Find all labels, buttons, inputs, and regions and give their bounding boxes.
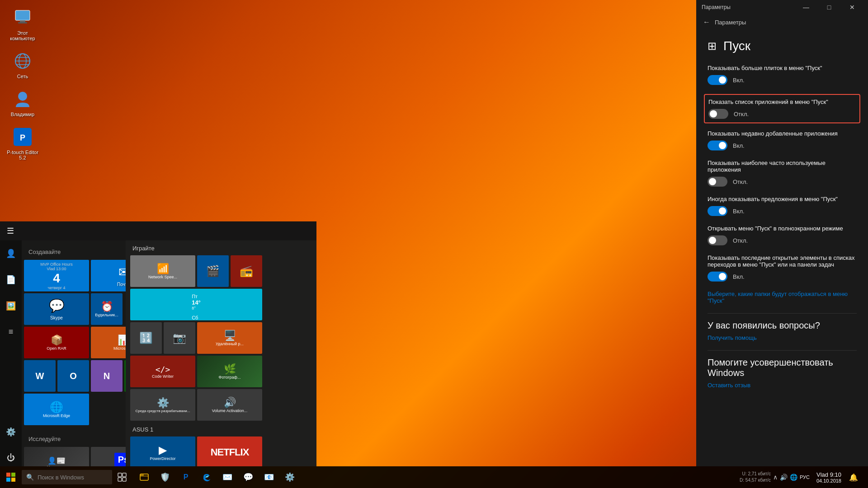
tile-networkspeed[interactable]: 📶 Network Spee... <box>130 255 195 287</box>
tile-volume[interactable]: 🔊 Volume Activation... <box>197 389 262 421</box>
tile-word[interactable]: W <box>24 360 56 392</box>
taskbar-search[interactable]: 🔍 Поиск в Windows <box>22 470 112 484</box>
toggle-fullscreen[interactable] <box>708 235 727 245</box>
toggle-show-more-tiles[interactable] <box>708 75 727 85</box>
svg-rect-0 <box>15 10 30 20</box>
computer-icon <box>12 7 33 28</box>
sidebar-icon-settings[interactable]: ⚙️ <box>0 423 22 441</box>
tile-radio[interactable]: 📻 <box>231 255 262 287</box>
tile-photos[interactable]: 🌿 Фотограф... <box>197 356 262 387</box>
tiles-section: Играйте 📶 Network Spee... 🎬 <box>126 240 316 466</box>
settings-divider <box>708 313 857 314</box>
close-button[interactable]: ✕ <box>842 0 863 14</box>
tile-news[interactable]: 👤📰 Новости... <box>24 447 89 466</box>
sidebar-icon-power[interactable]: ⏻ <box>0 450 22 466</box>
taskbar-mail[interactable]: ✉️ <box>217 467 237 487</box>
sidebar-icon-pictures[interactable]: 🖼️ <box>0 297 22 314</box>
hamburger-icon[interactable]: ☰ <box>7 226 14 236</box>
desktop-icon-ptouch[interactable]: P P-touch Editor 5.2 <box>5 124 41 163</box>
setting-show-recent-items-label: Показывать последние открытые элементы в… <box>708 254 857 268</box>
tile-weather[interactable]: Чт 13° 7° Пт 14° 8° Сб 17° <box>130 289 262 320</box>
tile-devtools[interactable]: ⚙️ Среда средств разрабатывани... <box>130 389 195 421</box>
user-icon <box>12 88 33 110</box>
tray-volume[interactable]: 🔊 <box>780 474 788 481</box>
setting-show-frequent-apps-value: Откл. <box>733 178 748 185</box>
toggle-knob <box>719 76 726 84</box>
tile-mail[interactable]: ✉ Почта <box>91 260 126 291</box>
sidebar-icon-user[interactable]: 👤 <box>0 245 22 262</box>
settings-improve-title: Помогите усовершенствовать Windows <box>708 357 857 378</box>
desktop-icon-network[interactable]: Сеть <box>5 48 41 81</box>
tile-photoshop[interactable]: Ps Photoshop Ex... <box>91 447 126 466</box>
taskbar-skype[interactable]: 💬 <box>238 467 258 487</box>
setting-show-frequent-apps: Показывать наиболее часто используемые п… <box>708 160 857 187</box>
svg-rect-16 <box>123 473 126 477</box>
setting-show-suggestions-label: Иногда показывать предложения в меню "Пу… <box>708 196 857 202</box>
tile-openrar[interactable]: 📦 Open RAR <box>24 327 89 358</box>
toggle-show-recent-apps[interactable] <box>708 141 727 150</box>
taskbar-clock[interactable]: Vlad 9:10 04.10.2018 <box>816 471 841 483</box>
toggle-show-recent-items[interactable] <box>708 272 727 282</box>
tile-excel[interactable]: X <box>124 360 126 392</box>
svg-rect-20 <box>140 476 148 476</box>
clock-date: 04.10.2018 <box>816 478 841 483</box>
taskbar-settings[interactable]: ⚙️ <box>280 467 300 487</box>
tile-onenote[interactable]: N <box>91 360 123 392</box>
desktop-icon-computer[interactable]: Этот компьютер <box>5 5 41 43</box>
play-group-label: Играйте <box>130 245 312 252</box>
tile-outlook[interactable]: O <box>57 360 89 392</box>
tray-chevron[interactable]: ∧ <box>773 474 778 481</box>
taskbar-kaspersky[interactable]: 🛡️ <box>155 467 175 487</box>
setting-show-more-tiles-value: Вкл. <box>733 77 745 84</box>
settings-improve-link[interactable]: Оставить отзыв <box>708 382 857 389</box>
svg-rect-18 <box>123 478 126 481</box>
apps-list-section: Создавайте MVP Office Hours Vlad 13:00 4… <box>22 240 126 466</box>
sidebar-icon-documents[interactable]: 📄 <box>0 271 22 288</box>
tile-camera[interactable]: 📷 <box>164 322 195 354</box>
setting-show-recent-items-row: Вкл. <box>708 272 857 282</box>
settings-back-button[interactable]: ← <box>703 18 710 26</box>
tile-alarm[interactable]: ⏰ Будильник... <box>91 293 123 325</box>
setting-show-frequent-apps-label: Показывать наиболее часто используемые п… <box>708 160 857 173</box>
tile-powerdirector[interactable]: ▶ PowerDirector <box>130 436 195 466</box>
tile-remote[interactable]: 🖥️ Удалённый р... <box>197 322 262 354</box>
svg-rect-12 <box>11 473 15 477</box>
taskbar-right: U: 2,71 кбит/с D: 54,57 кбит/с ∧ 🔊 🌐 РУС… <box>740 467 868 487</box>
settings-help-title: У вас появились вопросы? <box>708 320 857 331</box>
toggle-show-frequent-apps[interactable] <box>708 177 727 187</box>
svg-rect-14 <box>11 478 15 482</box>
taskview-button[interactable] <box>112 467 132 487</box>
minimize-button[interactable]: — <box>796 0 816 14</box>
toggle-show-suggestions[interactable] <box>708 206 727 216</box>
taskbar: 🔍 Поиск в Windows 🛡️ P <box>0 466 868 488</box>
start-button[interactable] <box>0 466 22 488</box>
tile-edge[interactable]: 🌐 Microsoft Edge <box>24 394 89 425</box>
taskbar-network2[interactable]: 📧 <box>259 467 279 487</box>
maximize-button[interactable]: □ <box>819 0 840 14</box>
tile-films[interactable]: 🎬 <box>197 255 229 287</box>
tile-codewriter[interactable]: </> Code Writer <box>130 356 195 387</box>
settings-titlebar: Параметры — □ ✕ <box>696 0 868 14</box>
tray-language[interactable]: РУС <box>800 474 810 480</box>
tile-netflix[interactable]: NETFLIX <box>197 436 262 466</box>
toggle-show-apps-list[interactable] <box>708 109 728 119</box>
settings-page-header: ⊞ Пуск <box>708 39 857 53</box>
sidebar-icon-list[interactable]: ≡ <box>0 324 22 340</box>
taskbar-ptouch[interactable]: P <box>176 467 196 487</box>
settings-folder-link[interactable]: Выберите, какие папки будут отображаться… <box>708 291 857 304</box>
tile-calculator[interactable]: 🔢 <box>130 322 162 354</box>
toggle-knob <box>709 237 716 244</box>
tile-msoffice[interactable]: 📊 Microsoft... <box>91 327 126 358</box>
setting-fullscreen-label: Открывать меню "Пуск" в полноэкранном ре… <box>708 225 857 232</box>
taskbar-edge[interactable] <box>197 467 217 487</box>
tray-network[interactable]: 🌐 <box>790 474 797 481</box>
download-speed: D: 54,57 кбит/с <box>740 477 771 483</box>
tile-mvp[interactable]: MVP Office Hours Vlad 13:00 4 четверг 4 <box>24 260 89 291</box>
settings-nav-title: Параметры <box>715 19 746 26</box>
settings-help-link[interactable]: Получить помощь <box>708 334 857 341</box>
notification-button[interactable]: 🔔 <box>844 467 863 487</box>
titlebar-controls: — □ ✕ <box>796 0 863 14</box>
desktop-icon-user[interactable]: Владимир <box>5 86 41 119</box>
taskbar-explorer[interactable] <box>134 467 154 487</box>
tile-skype[interactable]: 💬 Skype <box>24 293 89 325</box>
